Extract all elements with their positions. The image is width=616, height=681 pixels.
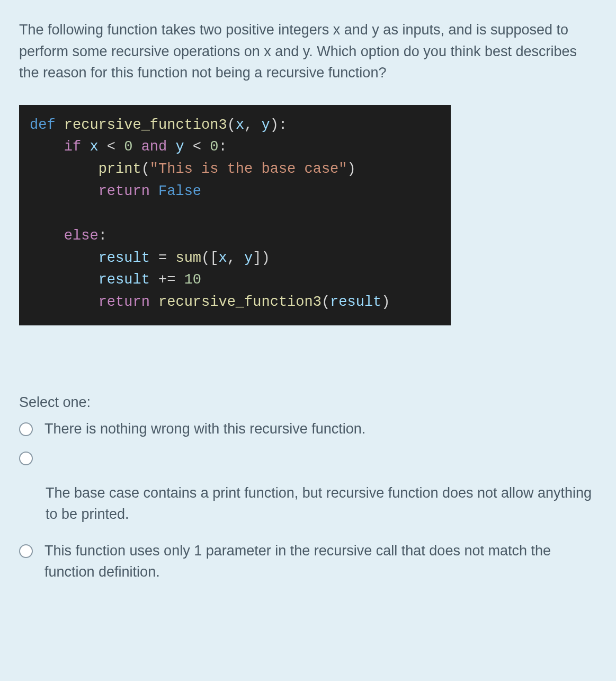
option-2[interactable] [19,447,597,465]
code-block: def recursive_function3(x, y): if x < 0 … [19,105,451,326]
fn-print: print [99,161,141,177]
option-label: This function uses only 1 parameter in t… [44,540,597,583]
kw-def: def [30,117,56,133]
option-2-continuation: The base case contains a print function,… [46,482,597,525]
kw-if: if [64,139,81,155]
select-prompt: Select one: [19,394,597,411]
kw-return: return [99,183,150,199]
option-3[interactable]: This function uses only 1 parameter in t… [19,540,597,583]
question-container: The following function takes two positiv… [0,0,616,612]
kw-else: else [64,228,99,244]
option-label: There is nothing wrong with this recursi… [44,418,365,440]
option-1[interactable]: There is nothing wrong with this recursi… [19,418,597,440]
kw-return2: return [99,294,150,310]
radio-icon[interactable] [19,422,33,436]
radio-icon[interactable] [19,544,33,558]
fn-name: recursive_function3 [64,117,227,133]
question-text: The following function takes two positiv… [19,19,597,84]
radio-icon[interactable] [19,452,33,465]
fn-sum: sum [175,250,201,266]
